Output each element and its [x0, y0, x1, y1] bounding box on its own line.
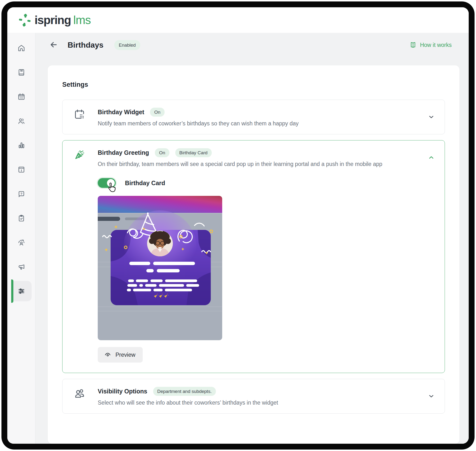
- logo-brand-text: ispring: [35, 13, 71, 27]
- birthday-card-toggle-label: Birthday Card: [125, 180, 165, 187]
- sidebar-item-announcements[interactable]: [11, 257, 32, 277]
- ispring-lms-logo: ispring lms: [18, 13, 91, 27]
- eye-icon: [104, 351, 111, 358]
- card-title: Birthday Greeting: [98, 149, 149, 156]
- page-header: Birthdays Enabled How it works: [49, 39, 452, 51]
- sidebar-item-users[interactable]: [11, 111, 32, 131]
- ispring-flower-icon: [18, 14, 31, 26]
- card-birthday-widget: Birthday Widget On Notify team members o…: [62, 100, 445, 134]
- window-frame: ispring lms ?: [1, 1, 475, 450]
- chevron-down-icon: [428, 392, 435, 400]
- clipboard-check-icon: [17, 214, 26, 222]
- active-item-indicator: [11, 279, 13, 303]
- info-panel-icon: [17, 165, 26, 174]
- card-birthday-widget-header[interactable]: Birthday Widget On Notify team members o…: [62, 100, 445, 134]
- sidebar-item-settings[interactable]: [11, 281, 32, 301]
- arrow-left-icon: [49, 40, 58, 49]
- people-icon: [73, 387, 86, 406]
- sidebar-item-calendar[interactable]: [11, 87, 32, 107]
- collapse-button[interactable]: [427, 154, 435, 162]
- preview-button-label: Preview: [115, 352, 135, 358]
- sidebar-item-home[interactable]: [11, 38, 32, 58]
- logo-product-text: lms: [73, 13, 91, 27]
- chevron-up-icon: [428, 154, 435, 161]
- toggle-knob: [107, 179, 115, 187]
- sliders-icon: [17, 287, 26, 295]
- expand-button[interactable]: [427, 113, 435, 121]
- card-description: Select who will see the info about their…: [98, 399, 427, 406]
- home-icon: [17, 44, 26, 52]
- card-visibility-options-header[interactable]: Visibility Options Department and subdep…: [62, 379, 445, 413]
- sidebar: ?: [7, 33, 35, 444]
- birthday-greeting-content: Birthday Card: [62, 175, 445, 373]
- card-title: Visibility Options: [98, 388, 147, 395]
- sidebar-item-reports[interactable]: [11, 135, 32, 156]
- card-visibility-options: Visibility Options Department and subdep…: [62, 379, 445, 414]
- top-bar: ispring lms: [7, 7, 469, 33]
- birthday-card-toggle-row: Birthday Card: [98, 178, 435, 188]
- card-description: On their birthday, team members will see…: [98, 161, 427, 167]
- card-status-badge: On: [155, 148, 169, 157]
- app-window: ispring lms ?: [7, 7, 469, 444]
- sidebar-item-info[interactable]: [11, 159, 32, 180]
- card-mode-badge: Birthday Card: [175, 148, 212, 157]
- back-button[interactable]: [49, 40, 59, 50]
- megaphone-icon: [17, 263, 26, 271]
- status-badge: Enabled: [114, 40, 141, 50]
- card-status-badge: On: [150, 108, 164, 117]
- sidebar-item-help[interactable]: ?: [11, 184, 32, 204]
- book-icon: [17, 68, 26, 77]
- bar-chart-icon: [17, 141, 26, 149]
- calendar-icon: [17, 93, 26, 101]
- sidebar-item-courses[interactable]: [11, 62, 32, 83]
- birthday-card-preview-illustration: [98, 196, 222, 340]
- card-visibility-badge: Department and subdepts.: [153, 387, 216, 396]
- settings-panel: Settings Birthday Widget On Notify team: [48, 65, 459, 444]
- chevron-down-icon: [428, 113, 435, 121]
- users-icon: [17, 117, 26, 125]
- sidebar-item-tasks[interactable]: [11, 208, 32, 228]
- birthday-calendar-icon: [73, 108, 86, 127]
- card-description: Notify team members of coworker’s birthd…: [98, 120, 427, 127]
- preview-button[interactable]: Preview: [98, 347, 143, 363]
- how-it-works-link[interactable]: How it works: [409, 41, 452, 49]
- section-title: Settings: [62, 81, 445, 88]
- svg-text:?: ?: [20, 192, 22, 196]
- party-popper-icon: [73, 148, 86, 167]
- person-gauge-icon: [17, 238, 26, 247]
- card-title: Birthday Widget: [98, 109, 144, 116]
- card-birthday-greeting: Birthday Greeting On Birthday Card On th…: [62, 140, 445, 373]
- main-content: Birthdays Enabled How it works Settings: [35, 33, 469, 444]
- how-it-works-label: How it works: [420, 42, 452, 48]
- sidebar-item-training[interactable]: [11, 232, 32, 253]
- open-book-icon: [409, 41, 417, 49]
- card-birthday-greeting-header[interactable]: Birthday Greeting On Birthday Card On th…: [62, 140, 445, 175]
- expand-button[interactable]: [427, 392, 435, 401]
- page-title: Birthdays: [68, 41, 104, 50]
- birthday-card-toggle[interactable]: [98, 178, 116, 188]
- question-bubble-icon: ?: [17, 190, 26, 198]
